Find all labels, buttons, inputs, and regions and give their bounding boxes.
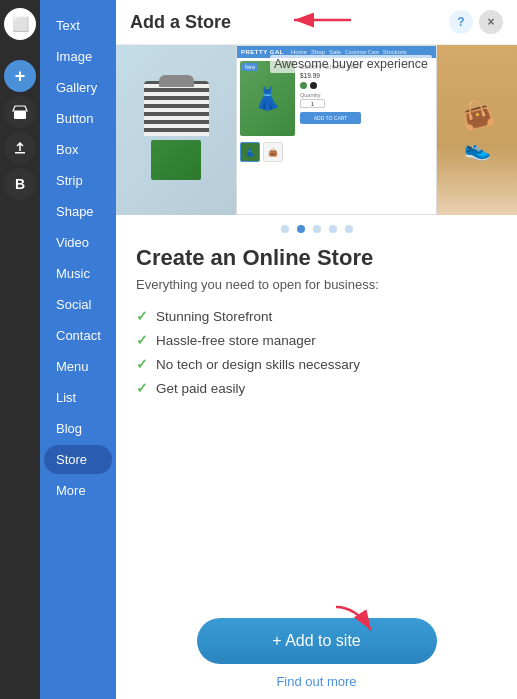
- thumbnails-row: 👗 👜: [237, 139, 436, 165]
- b-icon[interactable]: B: [4, 168, 36, 200]
- dot-2[interactable]: [297, 225, 305, 233]
- right-shoes-display: 👜 👟: [437, 45, 517, 215]
- check-icon-3: ✓: [136, 356, 148, 372]
- icon-bar: ⬜ + B: [0, 0, 40, 699]
- sidebar-item-list[interactable]: List: [44, 383, 112, 412]
- feature-text-4: Get paid easily: [156, 381, 245, 396]
- thumb-2[interactable]: 👜: [263, 142, 283, 162]
- feature-item-4: ✓ Get paid easily: [136, 376, 497, 400]
- sidebar-item-music[interactable]: Music: [44, 259, 112, 288]
- dot-3[interactable]: [313, 225, 321, 233]
- sidebar-item-contact[interactable]: Contact: [44, 321, 112, 350]
- close-button[interactable]: ×: [479, 10, 503, 34]
- feature-text-1: Stunning Storefront: [156, 309, 272, 324]
- svg-rect-1: [15, 152, 25, 154]
- sidebar-item-image[interactable]: Image: [44, 42, 112, 71]
- add-to-cart-button[interactable]: ADD TO CART: [300, 112, 361, 124]
- main-panel: Add a Store ? ×: [116, 0, 517, 699]
- sidebar-item-more[interactable]: More: [44, 476, 112, 505]
- feature-text-3: No tech or design skills necessary: [156, 357, 360, 372]
- store-icon[interactable]: [4, 96, 36, 128]
- find-out-more-link[interactable]: Find out more: [276, 674, 356, 689]
- panel-title: Add a Store: [130, 12, 231, 33]
- header-icons: ? ×: [449, 10, 503, 34]
- dot-5[interactable]: [345, 225, 353, 233]
- quantity-label: Quantity: [300, 92, 361, 98]
- feature-text-2: Hassle-free store manager: [156, 333, 316, 348]
- plus-icon[interactable]: +: [4, 60, 36, 92]
- sidebar-item-box[interactable]: Box: [44, 135, 112, 164]
- dot-4[interactable]: [329, 225, 337, 233]
- dots-indicator: [116, 215, 517, 239]
- sidebar-item-video[interactable]: Video: [44, 228, 112, 257]
- sidebar-item-blog[interactable]: Blog: [44, 414, 112, 443]
- square-icon[interactable]: ⬜: [4, 8, 36, 40]
- sidebar-item-text[interactable]: Text: [44, 11, 112, 40]
- sidebar-item-gallery[interactable]: Gallery: [44, 73, 112, 102]
- feature-item-1: ✓ Stunning Storefront: [136, 304, 497, 328]
- feature-item-2: ✓ Hassle-free store manager: [136, 328, 497, 352]
- panel-header: Add a Store ? ×: [116, 0, 517, 45]
- arrow-annotation-button: [316, 602, 396, 637]
- color-dot-green: [300, 82, 307, 89]
- preview-tagline: Awesome buyer experience: [270, 55, 432, 73]
- content-area: Create an Online Store Everything you ne…: [116, 239, 517, 612]
- quantity-input[interactable]: 1: [300, 99, 325, 108]
- feature-item-3: ✓ No tech or design skills necessary: [136, 352, 497, 376]
- check-icon-4: ✓: [136, 380, 148, 396]
- sidebar-item-strip[interactable]: Strip: [44, 166, 112, 195]
- product-price: $19.99: [300, 72, 361, 79]
- thumb-1[interactable]: 👗: [240, 142, 260, 162]
- sidebar-item-menu[interactable]: Menu: [44, 352, 112, 381]
- sidebar-item-shape[interactable]: Shape: [44, 197, 112, 226]
- upload-icon[interactable]: [4, 132, 36, 164]
- preview-area: PRETTY GAL Home Shop Sale Customer Care …: [116, 45, 517, 215]
- sidebar-item-store[interactable]: Store: [44, 445, 112, 474]
- color-swatches: [300, 82, 361, 89]
- arrow-annotation-title: [286, 6, 356, 34]
- dot-1[interactable]: [281, 225, 289, 233]
- cta-area: + Add to site Find out more: [116, 612, 517, 699]
- check-icon-1: ✓: [136, 308, 148, 324]
- svg-rect-0: [14, 111, 26, 119]
- sidebar-item-button[interactable]: Button: [44, 104, 112, 133]
- sidebar: Text Image Gallery Button Box Strip Shap…: [40, 0, 116, 699]
- color-dot-black: [310, 82, 317, 89]
- check-icon-2: ✓: [136, 332, 148, 348]
- main-heading: Create an Online Store: [136, 245, 497, 271]
- features-list: ✓ Stunning Storefront ✓ Hassle-free stor…: [136, 304, 497, 400]
- help-button[interactable]: ?: [449, 10, 473, 34]
- product-badge: New: [242, 63, 258, 71]
- sub-heading: Everything you need to open for business…: [136, 277, 497, 292]
- left-clothes-display: [116, 45, 236, 215]
- sidebar-item-social[interactable]: Social: [44, 290, 112, 319]
